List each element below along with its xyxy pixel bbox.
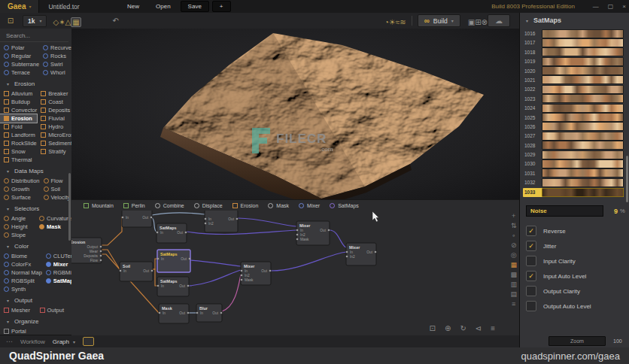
viewport-frame-icon[interactable]: ⊡: [5, 17, 17, 25]
graph-strip-icon-2[interactable]: ∘: [512, 232, 516, 239]
checkbox-checked-icon[interactable]: ✓: [526, 271, 536, 281]
cancel-icon[interactable]: ⊗: [482, 18, 488, 26]
library-node-mask[interactable]: Mask: [35, 223, 71, 231]
app-menu[interactable]: Gaea ▾: [0, 0, 39, 13]
undo-icon[interactable]: ↶: [110, 17, 122, 25]
satmaps-scrollbar[interactable]: [626, 156, 628, 202]
library-node-portal[interactable]: Portal: [0, 327, 36, 335]
build-button[interactable]: ∞ Build ▾: [418, 14, 460, 27]
library-node-polar[interactable]: Polar: [0, 44, 39, 52]
library-node-whorl[interactable]: Whorl: [39, 68, 71, 77]
library-node-deposits[interactable]: Deposits: [37, 106, 72, 114]
library-group-data-maps[interactable]: ▾Data Maps: [0, 164, 71, 177]
duplicate-icon[interactable]: ▣: [468, 18, 475, 26]
satmap-item-1026[interactable]: 1026: [523, 123, 624, 131]
graph-strip-icon-7[interactable]: ▥: [510, 281, 517, 288]
library-node-synth[interactable]: Synth: [0, 285, 42, 293]
graph-strip-icon-0[interactable]: +: [512, 212, 515, 220]
save-button[interactable]: Save: [181, 1, 209, 12]
library-group-organize[interactable]: ▾Organize: [0, 314, 71, 327]
library-node-subterrane[interactable]: Subterrane: [0, 60, 39, 68]
satmap-item-1016[interactable]: 1016: [523, 29, 624, 38]
library-node-rockslide[interactable]: RockSlide: [0, 139, 37, 147]
noise-value[interactable]: 9: [614, 208, 618, 215]
favorite-node-displace[interactable]: Displace: [194, 203, 223, 208]
graph-node-unnamed[interactable]: InIn2Out: [205, 210, 239, 232]
satmap-item-1027[interactable]: 1027: [523, 132, 624, 140]
library-node-satmaps[interactable]: SatMaps: [42, 277, 72, 285]
library-node-rocks[interactable]: Rocks: [39, 52, 71, 60]
favorite-node-perlin[interactable]: Perlin: [123, 203, 145, 208]
library-node-coast[interactable]: Coast: [37, 98, 72, 106]
satmap-item-1030[interactable]: 1030: [523, 159, 624, 168]
favorite-node-mountain[interactable]: Mountain: [84, 203, 114, 208]
tab-workflow[interactable]: Workflow: [20, 338, 45, 345]
sidebar-scrollbar[interactable]: [68, 173, 71, 241]
library-node-soil[interactable]: Soil: [40, 185, 71, 193]
library-node-distribution[interactable]: Distribution: [0, 177, 40, 185]
cloud-build-button[interactable]: ☁: [488, 14, 510, 27]
graph-strip-icon-4[interactable]: ◎: [511, 251, 517, 259]
graph-node-unnamed[interactable]: InOut: [122, 208, 153, 227]
satmap-item-1025[interactable]: 1025: [523, 114, 624, 122]
graph-tool-icon-4[interactable]: ≡: [491, 324, 495, 332]
library-node-buildup[interactable]: Buildup: [0, 98, 37, 106]
graph-node-soil[interactable]: SoilInOut: [120, 262, 153, 281]
library-node-sediment[interactable]: Sediment: [37, 139, 72, 147]
graph-node-erosion[interactable]: ErosionOutputWearDepositsFlow: [71, 238, 102, 263]
library-node-slope[interactable]: Slope: [0, 231, 35, 239]
library-node-breaker[interactable]: Breaker: [37, 89, 72, 98]
sun-icon[interactable]: ☀: [389, 18, 396, 26]
graph-tool-icon-0[interactable]: ⊡: [430, 324, 436, 332]
library-group-selectors[interactable]: ▾Selectors: [0, 202, 71, 214]
option-reverse[interactable]: ✓Reverse: [526, 223, 625, 238]
graph-node-mask[interactable]: MaskInOut: [159, 304, 190, 323]
node-graph-canvas[interactable]: MountainPerlinCombineDisplaceErosionMask…: [71, 199, 519, 335]
zoom-slider[interactable]: Zoom: [548, 336, 606, 346]
library-node-cluter[interactable]: CLUTer: [42, 252, 72, 260]
graph-tool-icon-2[interactable]: ↻: [460, 324, 466, 332]
library-node-microerosi[interactable]: MicroErosi...: [37, 131, 72, 139]
graph-strip-icon-6[interactable]: ▩: [510, 271, 517, 278]
graph-node-mixer[interactable]: MixerInIn2MaskOut: [296, 221, 330, 245]
library-node-terrace[interactable]: Terrace: [0, 68, 39, 77]
library-node-fluvial[interactable]: Fluvial: [37, 114, 72, 123]
option-input-auto-level[interactable]: ✓Input Auto Level: [526, 268, 625, 284]
library-node-biome[interactable]: Biome: [0, 252, 42, 260]
new-button[interactable]: New: [120, 2, 146, 11]
checkbox-unchecked-icon[interactable]: [526, 301, 536, 311]
library-node-convector[interactable]: Convector: [0, 106, 37, 114]
satmap-item-1031[interactable]: 1031: [523, 169, 624, 177]
favorite-node-mixer[interactable]: Mixer: [299, 203, 320, 208]
satmap-item-1018[interactable]: 1018: [523, 48, 624, 56]
satmap-item-1022[interactable]: 1022: [523, 85, 624, 93]
new-graph-button[interactable]: [83, 337, 94, 346]
graph-strip-icon-8[interactable]: ▤: [510, 290, 517, 298]
maximize-button[interactable]: ▢: [608, 3, 614, 10]
add-button[interactable]: +: [212, 1, 231, 12]
library-node-mesher[interactable]: Mesher: [0, 306, 36, 314]
library-node-velocity[interactable]: Velocity: [40, 193, 71, 202]
library-node-normalmap[interactable]: Normal Map: [0, 268, 42, 277]
library-node-fold[interactable]: Fold: [0, 123, 37, 131]
tab-graph[interactable]: Graph ▾: [53, 338, 75, 345]
satmap-item-1029[interactable]: 1029: [523, 150, 624, 159]
graph-node-satmaps[interactable]: SatMapsInOut: [157, 277, 190, 296]
library-node-swirl[interactable]: Swirl: [39, 60, 71, 68]
open-button[interactable]: Open: [149, 2, 178, 11]
satmap-item-1024[interactable]: 1024: [523, 104, 624, 112]
favorite-node-satmaps[interactable]: SatMaps: [330, 203, 359, 208]
checkbox-checked-icon[interactable]: ✓: [526, 226, 536, 236]
library-node-recurve[interactable]: Recurve: [39, 44, 71, 52]
library-node-colorfx[interactable]: ColorFx: [0, 260, 42, 268]
package-icon[interactable]: ⊞: [475, 18, 481, 26]
graph-strip-icon-5[interactable]: ▦: [510, 261, 517, 268]
graph-node-satmaps[interactable]: SatMapsInOut: [156, 223, 187, 243]
checkbox-unchecked-icon[interactable]: [526, 286, 536, 296]
satmaps-panel-header[interactable]: ▾ SatMaps: [520, 13, 629, 28]
library-node-flow[interactable]: Flow: [40, 177, 71, 185]
satmap-item-1033-selected[interactable]: 1033: [523, 188, 624, 197]
graph-tool-icon-3[interactable]: ⊲: [476, 324, 482, 332]
resolution-dropdown[interactable]: 1k ▾: [23, 15, 47, 27]
library-group-color[interactable]: ▾Color: [0, 239, 71, 252]
